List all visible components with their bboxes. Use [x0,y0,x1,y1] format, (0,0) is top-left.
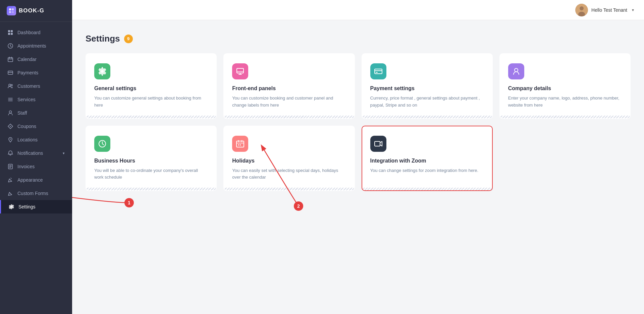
sidebar-item-staff[interactable]: Staff [0,106,72,120]
notification-badge: 9 [124,35,133,43]
sidebar-item-calendar[interactable]: Calendar [0,53,72,66]
payment-icon [370,63,386,79]
settings-card-general[interactable]: General settings You can customize gener… [86,53,217,119]
card-title: Company details [508,85,622,91]
svg-rect-25 [236,141,244,147]
invoices-icon [7,164,13,170]
card-title: Front-end panels [232,85,346,91]
settings-card-frontend[interactable]: Front-end panels You can customize booki… [223,53,355,119]
svg-rect-6 [8,33,10,35]
svg-rect-28 [375,141,380,146]
settings-card-holidays[interactable]: Holidays You can easily set with selecti… [223,126,355,191]
sidebar-item-label: Customers [17,83,40,89]
user-chevron-icon: ▾ [632,8,634,12]
customers-icon [7,83,13,89]
svg-rect-26 [238,144,239,145]
page-content: Settings 9 General settings You can cust… [72,20,644,314]
sidebar-item-customers[interactable]: Customers [0,79,72,93]
svg-rect-10 [8,71,13,74]
services-icon [7,97,13,103]
payments-icon [7,70,13,76]
svg-rect-22 [376,72,378,73]
sidebar-item-label: Coupons [17,124,36,129]
card-stripe [224,116,354,118]
sidebar-item-settings[interactable]: Settings [0,200,72,213]
company-icon [508,63,524,79]
card-stripe [224,188,354,190]
main-content: Hello Test Tenant ▾ Settings 9 General s… [72,0,644,314]
sidebar-item-coupons[interactable]: Coupons [0,120,72,133]
sidebar-item-label: Custom Forms [17,191,48,196]
sidebar-item-label: Appointments [17,43,46,49]
sidebar-item-services[interactable]: Services [0,93,72,106]
coupons-icon [7,123,13,129]
card-title: General settings [94,85,208,91]
sidebar-nav: Dashboard Appointments Calendar Payments… [0,22,72,314]
svg-point-15 [10,139,11,140]
sidebar-item-label: Notifications [17,150,43,156]
svg-rect-4 [8,30,10,32]
card-desc: You can easily set with selecting specia… [232,167,346,181]
svg-text:1: 1 [128,200,130,205]
calendar-icon [7,56,13,62]
settings-card-company[interactable]: Company details Enter your company name,… [499,53,631,119]
card-stripe [86,188,216,190]
sidebar-item-invoices[interactable]: Invoices [0,160,72,173]
svg-rect-0 [9,8,11,10]
sidebar-item-label: Invoices [17,164,35,169]
sidebar-item-label: Appearance [17,177,43,183]
svg-point-14 [10,126,11,127]
logo-text: BOOK-G [19,7,44,14]
card-desc: You can change settings for zoom integra… [370,167,484,174]
settings-card-zoom[interactable]: Integration with Zoom You can change set… [362,126,493,191]
logo[interactable]: BOOK-G [0,0,72,22]
card-desc: You will be able to co-ordinate your com… [94,167,208,181]
svg-point-13 [9,111,12,113]
sidebar-item-notifications[interactable]: Notifications ▾ [0,146,72,160]
card-title: Integration with Zoom [370,158,484,164]
sidebar-item-label: Settings [18,204,36,209]
user-menu[interactable]: Hello Test Tenant ▾ [575,4,634,16]
chevron-down-icon: ▾ [63,151,65,155]
svg-rect-5 [11,30,13,32]
svg-rect-2 [9,11,11,13]
locations-icon [7,137,13,143]
sidebar-item-payments[interactable]: Payments [0,66,72,79]
holidays-icon [232,136,248,152]
sidebar-item-locations[interactable]: Locations [0,133,72,146]
svg-rect-3 [12,11,14,13]
card-stripe [362,116,492,118]
appointments-icon [7,43,13,49]
svg-rect-1 [12,8,14,10]
sidebar-item-appointments[interactable]: Appointments [0,39,72,53]
dashboard-icon [7,29,13,36]
card-stripe [500,116,630,118]
settings-card-payment[interactable]: Payment settings Currency, price format … [362,53,493,119]
annotation-arrow-1: 1 [86,191,186,214]
avatar [575,4,588,16]
sidebar-item-appearance[interactable]: Appearance [0,173,72,187]
notifications-icon [7,150,13,156]
zoom-icon [370,136,386,152]
svg-rect-27 [240,144,241,145]
frontend-icon [232,63,248,79]
settings-icon [8,204,14,210]
svg-rect-20 [237,68,244,73]
card-title: Business Hours [94,158,208,164]
sidebar-item-custom-forms[interactable]: Custom Forms [0,187,72,200]
svg-rect-9 [8,58,13,62]
card-title: Payment settings [370,85,484,91]
card-desc: You can customize booking and customer p… [232,95,346,109]
card-desc: You can customize general settings about… [94,95,208,109]
sidebar-item-label: Calendar [17,57,37,62]
general-settings-icon [94,63,110,79]
settings-card-business-hours[interactable]: Business Hours You will be able to co-or… [86,126,217,191]
appearance-icon [7,177,13,183]
svg-point-23 [515,68,518,72]
user-name: Hello Test Tenant [591,7,627,13]
sidebar-item-dashboard[interactable]: Dashboard [0,26,72,39]
page-header: Settings 9 [86,34,631,44]
svg-rect-7 [11,33,13,35]
card-desc: Enter your company name, logo, address, … [508,95,622,109]
card-desc: Currency, price format , general setting… [370,95,484,109]
